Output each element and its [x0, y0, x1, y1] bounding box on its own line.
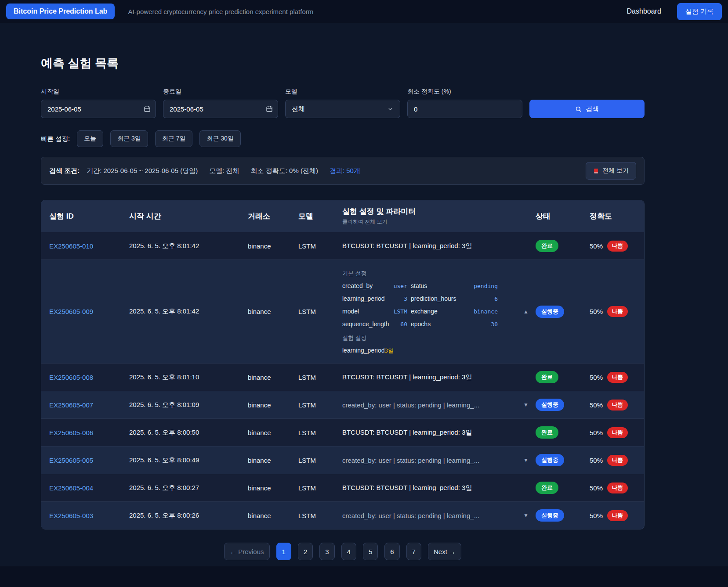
experiment-records-button[interactable]: 실험 기록 [677, 3, 722, 20]
start-time: 2025. 6. 5. 오후 8:01:42 [129, 307, 248, 316]
status-badge: 실행중 [536, 509, 564, 522]
param-value: pending [471, 280, 498, 292]
rating-badge: 나쁨 [607, 306, 628, 317]
nav-dashboard[interactable]: Dashboard [627, 7, 661, 15]
experiment-id-link[interactable]: EX250605-007 [49, 401, 93, 409]
next-page-button[interactable]: Next → [428, 543, 461, 560]
params-summary[interactable]: BTCUSDT: BTCUSDT | learning_period: 3일 [342, 429, 472, 436]
start-date-input[interactable] [41, 100, 156, 118]
search-button[interactable]: 검색 [529, 100, 645, 118]
document-icon [593, 168, 599, 174]
search-icon [575, 106, 582, 112]
basic-settings-title: 기본 설정 [342, 270, 518, 277]
param-key: learning_period [342, 344, 385, 357]
status-badge: 완료 [536, 482, 558, 494]
col-header-id: 실험 ID [49, 211, 129, 221]
expand-arrow-icon[interactable]: ▼ [523, 457, 529, 463]
params-summary[interactable]: created_by: user | status: pending | lea… [342, 457, 479, 464]
experiment-id-link[interactable]: EX250605-004 [49, 484, 93, 492]
experiment-id-link[interactable]: EX250605-003 [49, 512, 93, 519]
start-date-label: 시작일 [41, 88, 156, 96]
experiment-id-link[interactable]: EX250605-005 [49, 457, 93, 464]
page-button-5[interactable]: 5 [363, 543, 378, 560]
params-summary[interactable]: created_by: user | status: pending | lea… [342, 401, 479, 409]
page-button-6[interactable]: 6 [384, 543, 399, 560]
status-badge: 완료 [536, 240, 558, 252]
min-accuracy-input[interactable] [407, 100, 522, 118]
quick-30days-button[interactable]: 최근 30일 [199, 130, 240, 147]
accuracy-value: 50% [590, 429, 603, 436]
exchange: binance [248, 512, 298, 519]
experiment-id-link[interactable]: EX250605-010 [49, 242, 93, 250]
model: LSTM [298, 401, 342, 409]
exchange: binance [248, 308, 298, 315]
quick-today-button[interactable]: 오늘 [77, 130, 103, 147]
start-time: 2025. 6. 5. 오후 8:01:42 [129, 242, 248, 250]
model-select[interactable]: 전체 [285, 100, 400, 118]
model-label: 모델 [285, 88, 400, 96]
params-summary[interactable]: BTCUSDT: BTCUSDT | learning_period: 3일 [342, 242, 472, 249]
accuracy-value: 50% [590, 308, 603, 315]
col-header-time: 시작 시간 [129, 211, 248, 221]
accuracy-value: 50% [590, 457, 603, 464]
start-time: 2025. 6. 5. 오후 8:01:09 [129, 401, 248, 409]
params-detail-panel[interactable]: 기본 설정 created_byuser statuspending learn… [342, 260, 518, 363]
experiment-id-link[interactable]: EX250605-006 [49, 429, 93, 436]
start-time: 2025. 6. 5. 오후 8:00:49 [129, 456, 248, 465]
view-all-label: 전체 보기 [602, 167, 629, 175]
end-date-input[interactable] [163, 100, 278, 118]
end-date-field: 종료일 [163, 88, 278, 118]
table-row: EX250605-008 2025. 6. 5. 오후 8:01:10 bina… [41, 363, 644, 391]
app-header: Bitcoin Price Prediction Lab AI-powered … [0, 0, 728, 23]
quick-3days-button[interactable]: 최근 3일 [110, 130, 148, 147]
experiments-table: 실험 ID 시작 시간 거래소 모델 실험 설정 및 파라미터 클릭하여 전체 … [41, 200, 645, 529]
table-row-expanded: EX250605-009 2025. 6. 5. 오후 8:01:42 bina… [41, 259, 644, 363]
page-button-2[interactable]: 2 [298, 543, 313, 560]
exchange: binance [248, 401, 298, 409]
param-key: learning_period [342, 292, 389, 305]
start-time: 2025. 6. 5. 오후 8:00:27 [129, 484, 248, 492]
page-button-7[interactable]: 7 [406, 543, 421, 560]
params-summary[interactable]: BTCUSDT: BTCUSDT | learning_period: 3일 [342, 484, 472, 491]
previous-page-button[interactable]: ← Previous [224, 543, 270, 560]
status-badge: 완료 [536, 426, 558, 439]
expand-arrow-icon[interactable]: ▼ [523, 402, 529, 408]
exchange: binance [248, 242, 298, 250]
min-accuracy-label: 최소 정확도 (%) [407, 88, 522, 96]
chevron-down-icon [387, 106, 394, 112]
quick-settings-label: 빠른 설정: [41, 135, 70, 143]
param-value: 60 [392, 318, 407, 331]
exchange: binance [248, 457, 298, 464]
page-button-4[interactable]: 4 [341, 543, 356, 560]
accuracy-value: 50% [590, 242, 603, 250]
expand-arrow-icon[interactable]: ▼ [523, 512, 529, 519]
param-key: model [342, 305, 389, 318]
collapse-arrow-icon[interactable]: ▲ [523, 309, 529, 315]
status-badge: 실행중 [536, 306, 564, 318]
col-header-params-subtitle: 클릭하여 전체 보기 [342, 218, 536, 226]
table-row: EX250605-004 2025. 6. 5. 오후 8:00:27 bina… [41, 474, 644, 501]
summary-period: 기간: 2025-06-05 ~ 2025-06-05 (당일) [87, 167, 198, 175]
start-date-field: 시작일 [41, 88, 156, 118]
param-value: binance [471, 305, 498, 318]
start-time: 2025. 6. 5. 오후 8:00:50 [129, 429, 248, 437]
table-row: EX250605-007 2025. 6. 5. 오후 8:01:09 bina… [41, 391, 644, 418]
summary-accuracy: 최소 정확도: 0% (전체) [251, 167, 318, 175]
min-accuracy-field: 최소 정확도 (%) [407, 88, 522, 118]
params-summary[interactable]: created_by: user | status: pending | lea… [342, 512, 479, 519]
page-button-3[interactable]: 3 [319, 543, 334, 560]
params-summary[interactable]: BTCUSDT: BTCUSDT | learning_period: 3일 [342, 373, 472, 381]
status-badge: 완료 [536, 371, 558, 383]
col-header-model: 모델 [298, 211, 342, 221]
col-header-accuracy: 정확도 [590, 211, 636, 221]
quick-settings: 빠른 설정: 오늘 최근 3일 최근 7일 최근 30일 [41, 130, 645, 147]
brand-badge[interactable]: Bitcoin Price Prediction Lab [6, 4, 115, 19]
quick-7days-button[interactable]: 최근 7일 [155, 130, 193, 147]
rating-badge: 나쁨 [607, 483, 628, 493]
experiment-id-link[interactable]: EX250605-009 [49, 308, 93, 315]
view-all-button[interactable]: 전체 보기 [586, 162, 636, 180]
model-field: 모델 전체 [285, 88, 400, 118]
table-header-row: 실험 ID 시작 시간 거래소 모델 실험 설정 및 파라미터 클릭하여 전체 … [41, 200, 644, 232]
experiment-id-link[interactable]: EX250605-008 [49, 374, 93, 381]
page-button-1[interactable]: 1 [276, 543, 291, 560]
